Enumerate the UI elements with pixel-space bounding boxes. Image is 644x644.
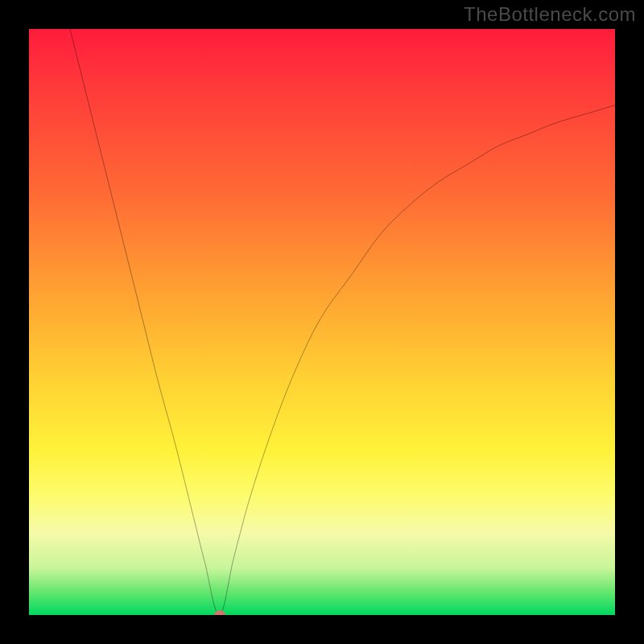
bottleneck-curve [29,29,615,615]
plot-area [29,29,615,615]
watermark-text: TheBottleneck.com [464,3,636,26]
vertex-marker [214,610,225,615]
chart-frame: TheBottleneck.com [0,0,644,644]
curve-path [70,29,615,615]
